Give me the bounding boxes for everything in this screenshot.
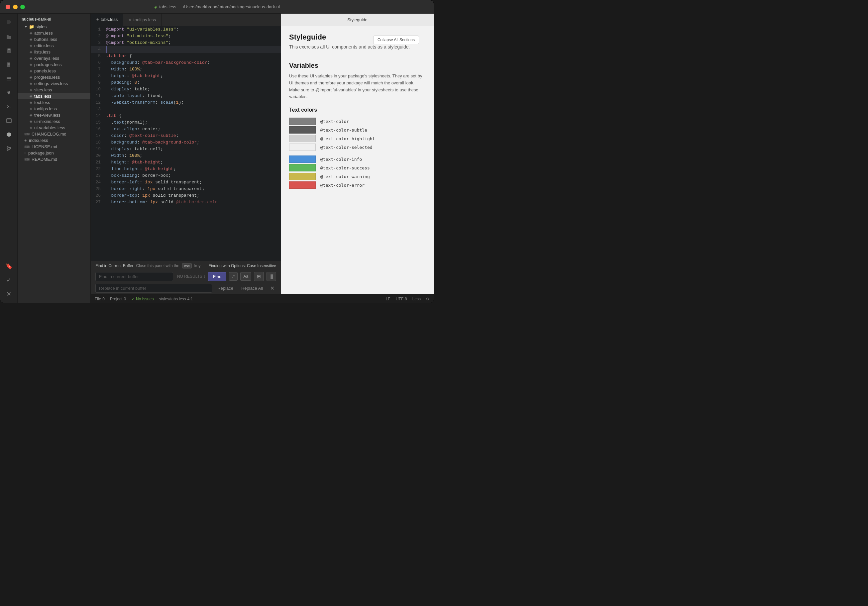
activity-wrench-icon[interactable]: ✕ <box>2 287 16 301</box>
settings-gear-icon[interactable]: ⚙ <box>426 297 430 301</box>
esc-key-badge: esc <box>182 263 192 268</box>
find-scope-button[interactable]: ||| <box>267 272 276 281</box>
sidebar-item-license[interactable]: ⊞⊞ LICENSE.md <box>18 144 90 150</box>
md-icon: ⊞⊞ <box>24 132 29 136</box>
sidebar-item-buttons-less[interactable]: ◈ buttons.less <box>18 36 90 42</box>
swatch-text-color <box>289 118 316 125</box>
replace-input[interactable] <box>95 284 212 293</box>
color-row-text-color-error: @text-color-error <box>289 181 426 189</box>
text-colors-title: Text colors <box>289 107 426 113</box>
file-name: ui-variables.less <box>34 125 65 130</box>
svg-rect-1 <box>7 22 11 22</box>
file-name: progress.less <box>34 75 60 80</box>
sidebar-item-package-json[interactable]: ⁝⁝ package.json <box>18 150 90 156</box>
sidebar-item-lists-less[interactable]: ◈ lists.less <box>18 49 90 55</box>
code-line-26: 26 border-top: 1px solid transparent; <box>91 192 281 199</box>
status-project: Project 0 <box>110 297 126 301</box>
replace-row: Replace Replace All ✕ <box>91 282 281 294</box>
window-title: ◈ tabs.less — /Users/markbrand/.atom/pac… <box>154 4 280 9</box>
activity-save-icon[interactable] <box>2 44 16 57</box>
status-line-ending[interactable]: LF <box>386 297 391 301</box>
sidebar-item-atom-less[interactable]: ◈ atom.less <box>18 30 90 36</box>
find-whole-word-button[interactable]: ⊞ <box>254 272 264 281</box>
md-icon: ⊞⊞ <box>24 158 29 161</box>
activity-list-icon[interactable] <box>2 72 16 85</box>
activity-file-icon[interactable] <box>2 16 16 29</box>
sidebar-item-tooltips-less[interactable]: ◈ tooltips.less <box>18 105 90 112</box>
sidebar-item-panels-less[interactable]: ◈ panels.less <box>18 68 90 74</box>
code-editor[interactable]: 1 @import "ui-variables.less"; 2 @import… <box>91 26 281 261</box>
json-icon: ⁝⁝ <box>24 151 26 155</box>
find-bar-close-button[interactable]: ✕ <box>268 284 276 292</box>
editor-tab-bar: ◈ tabs.less ◈ tooltips.less <box>91 14 281 26</box>
tab-tabs-less[interactable]: ◈ tabs.less <box>91 14 123 26</box>
svg-rect-10 <box>7 78 11 79</box>
sidebar-item-ui-variables-less[interactable]: ◈ ui-variables.less <box>18 125 90 131</box>
code-line-4: 4 <box>91 46 281 53</box>
title-text: tabs.less — /Users/markbrand/.atom/packa… <box>159 4 280 9</box>
activity-terminal-icon[interactable] <box>2 100 16 113</box>
code-line-1: 1 @import "ui-variables.less"; <box>91 26 281 33</box>
activity-book-icon[interactable] <box>2 58 16 71</box>
activity-git-icon[interactable] <box>2 142 16 155</box>
sidebar-item-index-less[interactable]: ◈ index.less <box>18 137 90 144</box>
sidebar-item-overlays-less[interactable]: ◈ overlays.less <box>18 55 90 62</box>
sidebar-item-changelog[interactable]: ⊞⊞ CHANGELOG.md <box>18 131 90 137</box>
status-encoding[interactable]: UTF-8 <box>396 297 407 301</box>
activity-package-icon[interactable] <box>2 128 16 141</box>
activity-window-icon[interactable] <box>2 114 16 127</box>
sidebar-item-text-less[interactable]: ◈ text.less <box>18 99 90 105</box>
sidebar-item-tree-view-less[interactable]: ◈ tree-view.less <box>18 112 90 118</box>
close-button[interactable] <box>6 5 10 9</box>
activity-check-icon[interactable]: ✓ <box>2 273 16 287</box>
activity-bookmark-icon[interactable]: 🔖 <box>2 259 16 273</box>
sidebar-header-text: nucleus-dark-ui <box>22 17 51 22</box>
minimize-button[interactable] <box>13 5 18 9</box>
sidebar-item-settings-view-less[interactable]: ◈ settings-view.less <box>18 81 90 87</box>
collapse-all-button[interactable]: Collapse All Sections <box>373 36 419 44</box>
activity-folder-icon[interactable] <box>2 30 16 43</box>
code-line-19: 19 display: table-cell; <box>91 146 281 152</box>
sidebar-item-ui-mixins-less[interactable]: ◈ ui-mixins.less <box>18 118 90 125</box>
activity-heart-icon[interactable]: ♥ <box>2 86 16 99</box>
sidebar-item-editor-less[interactable]: ◈ editor.less <box>18 42 90 49</box>
find-case-button[interactable]: Aa <box>240 272 251 281</box>
replace-all-button[interactable]: Replace All <box>239 284 265 292</box>
find-bar-esc-text: Close this panel with the <box>136 263 180 268</box>
status-project-count: 0 <box>124 297 126 301</box>
sidebar-item-readme[interactable]: ⊞⊞ README.md <box>18 156 90 163</box>
status-position: 4:1 <box>188 297 193 301</box>
sidebar-item-progress-less[interactable]: ◈ progress.less <box>18 74 90 81</box>
maximize-button[interactable] <box>20 5 25 9</box>
styleguide-main-subtitle: This exercises all UI components and act… <box>289 43 410 51</box>
replace-button[interactable]: Replace <box>215 284 236 292</box>
sidebar-item-packages-less[interactable]: ◈ packages.less <box>18 62 90 68</box>
code-line-24: 24 border-left: 1px solid transparent; <box>91 179 281 186</box>
tab-tooltips-less[interactable]: ◈ tooltips.less <box>123 14 161 26</box>
code-line-8: 8 height: @tab-height; <box>91 73 281 79</box>
file-name: text.less <box>34 100 50 105</box>
status-issues: ✓ No Issues <box>131 297 153 301</box>
file-icon: ◈ <box>29 94 32 98</box>
svg-rect-2 <box>7 23 11 23</box>
tab-label: tabs.less <box>101 17 118 22</box>
svg-rect-8 <box>8 64 9 65</box>
sidebar-item-sites-less[interactable]: ◈ sites.less <box>18 87 90 93</box>
find-regex-button[interactable]: .* <box>229 272 237 281</box>
file-icon: ◈ <box>29 31 32 35</box>
file-icon: ◈ <box>29 100 32 105</box>
file-icon: ◈ <box>29 126 32 130</box>
sidebar-styles-folder[interactable]: ▼ 📁 styles <box>18 23 90 30</box>
status-right: LF UTF-8 Less ⚙ <box>386 297 430 301</box>
code-line-22: 22 line-height: @tab-height; <box>91 166 281 172</box>
code-line-14: 14 .tab { <box>91 113 281 119</box>
find-input[interactable] <box>95 272 173 281</box>
code-line-6: 6 background: @tab-bar-background-color; <box>91 59 281 66</box>
file-name: panels.less <box>34 68 56 73</box>
svg-rect-13 <box>7 119 11 122</box>
find-button[interactable]: Find <box>208 272 226 281</box>
file-name: tooltips.less <box>34 106 57 111</box>
sidebar-item-tabs-less[interactable]: ◈ tabs.less <box>18 93 90 99</box>
svg-rect-5 <box>8 48 10 50</box>
status-grammar[interactable]: Less <box>412 297 421 301</box>
